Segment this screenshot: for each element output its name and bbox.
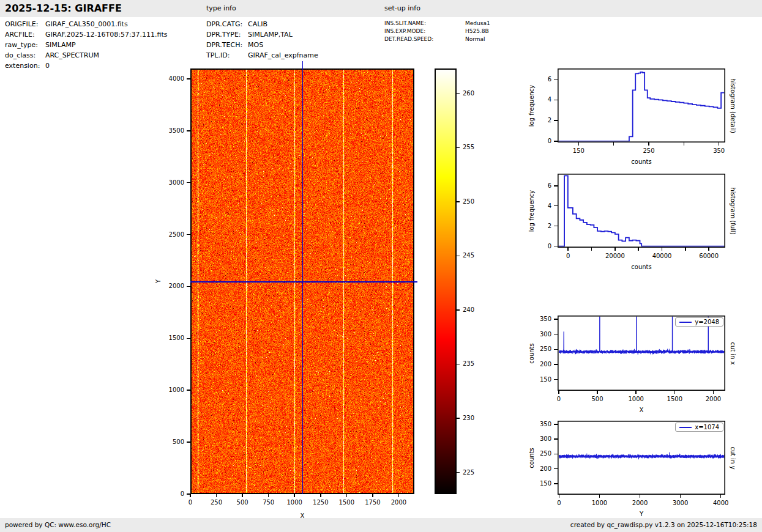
y-tick-mark (554, 468, 558, 470)
side-label: cut in y (728, 415, 737, 501)
x-tick-mark (708, 248, 709, 251)
x-tick-mark (680, 495, 681, 498)
y-tick-mark (554, 141, 558, 142)
crosshair-horizontal-line (190, 281, 417, 282)
x-tick-label: 350 (713, 147, 725, 154)
x-tick-label: 0 (189, 499, 192, 506)
side-label: histogram (detail) (728, 63, 737, 149)
colorbar-tick-mark (457, 364, 460, 365)
x-axis-label: counts (631, 264, 651, 270)
x-tick-label: 20000 (605, 253, 625, 259)
y-tick-mark (554, 205, 558, 207)
side-label: cut in x (728, 311, 737, 396)
y-tick-mark (554, 79, 558, 80)
y-tick-mark (554, 319, 558, 320)
x-tick-label: 4000 (713, 500, 728, 506)
x-tick-mark (638, 248, 639, 251)
y-tick-mark (187, 78, 190, 79)
x-tick-label: 60000 (699, 253, 719, 259)
x-tick-label: 1750 (365, 499, 380, 506)
y-axis-label: Y (154, 238, 163, 324)
x-tick-mark (685, 248, 686, 251)
x-tick-mark (713, 391, 714, 394)
x-tick-label: 0 (557, 500, 561, 506)
y-tick-label: 4000 (152, 75, 184, 83)
legend-label: y=2048 (695, 319, 719, 325)
y-axis-label: counts (528, 415, 536, 501)
crosshair-vertical-line (302, 61, 303, 494)
y-tick-mark (554, 226, 558, 227)
colorbar-tick-label: 255 (463, 144, 474, 150)
y-tick-mark (554, 120, 558, 121)
colorbar-tick-mark (457, 256, 460, 257)
figure-area: 0250500750100012501500175020000500100015… (0, 0, 762, 532)
x-tick-label: 0 (557, 396, 561, 402)
x-tick-label: 1000 (628, 396, 643, 402)
x-tick-label: 250 (211, 499, 222, 506)
y-tick-mark (554, 483, 558, 484)
x-tick-mark (216, 494, 217, 497)
colorbar-tick-mark (457, 147, 460, 149)
y-tick-mark (187, 493, 190, 495)
colorbar-tick-mark (457, 201, 460, 202)
x-tick-label: 3000 (673, 500, 688, 506)
x-tick-mark (640, 495, 641, 498)
footer-right-text: created by qc_rawdisp.py v1.2.3 on 2025-… (570, 518, 757, 532)
legend-line-sample (679, 427, 692, 428)
x-tick-mark (294, 494, 295, 497)
cut-x-canvas (558, 316, 725, 391)
footer-left-text: powered by QC: www.eso.org/HC (5, 518, 111, 532)
y-tick-label: 1000 (152, 386, 184, 394)
colorbar-tick-label: 230 (463, 415, 474, 421)
x-tick-label: 1500 (667, 396, 682, 402)
y-tick-mark (187, 182, 190, 183)
qc-report-page: 2025-12-15: GIRAFFE type info set-up inf… (0, 0, 762, 532)
cut-y-plot-area: x=1074 (558, 421, 725, 495)
y-tick-mark (554, 364, 558, 365)
legend-box: y=2048 (675, 317, 723, 327)
colorbar-tick-label: 245 (463, 252, 474, 259)
y-axis-label: log frequency (528, 63, 536, 149)
x-tick-mark (674, 391, 676, 394)
x-tick-mark (398, 494, 400, 497)
y-tick-mark (187, 234, 190, 235)
x-tick-mark (320, 494, 321, 497)
x-tick-mark (648, 142, 649, 146)
colorbar-bar (435, 68, 457, 494)
y-tick-label: 1500 (152, 334, 184, 342)
y-tick-mark (187, 286, 190, 287)
x-tick-label: 250 (643, 147, 654, 154)
y-tick-mark (554, 246, 558, 247)
x-tick-mark (662, 248, 663, 251)
x-tick-label: 150 (573, 147, 585, 154)
footer-bar: powered by QC: www.eso.org/HC created by… (0, 518, 762, 532)
y-tick-mark (187, 441, 190, 443)
y-axis-label: counts (528, 311, 536, 396)
x-tick-mark (559, 495, 560, 498)
hist-full-plot-area (558, 174, 725, 248)
legend-label: x=1074 (695, 424, 719, 430)
x-tick-mark (372, 494, 373, 497)
y-tick-label: 0 (152, 490, 184, 498)
y-tick-mark (554, 349, 558, 350)
x-tick-label: 500 (591, 396, 603, 402)
x-tick-mark (346, 494, 348, 497)
x-tick-mark (599, 495, 600, 498)
cut-y-canvas (558, 421, 725, 495)
x-tick-label: 2000 (706, 396, 721, 402)
y-tick-mark (187, 130, 190, 131)
colorbar-chart: 225230235240245250255260 (433, 67, 493, 498)
x-tick-label: 2000 (632, 500, 648, 506)
y-tick-label: 2500 (152, 231, 184, 238)
colorbar-tick-label: 260 (463, 90, 474, 97)
x-tick-mark (720, 495, 722, 498)
raw-image-chart: 0250500750100012501500175020000500100015… (152, 59, 439, 523)
y-tick-mark (554, 379, 558, 380)
legend-box: x=1074 (675, 423, 723, 432)
x-tick-label: 1000 (592, 500, 607, 506)
y-tick-mark (554, 438, 558, 440)
x-tick-label: 2000 (391, 499, 406, 506)
x-axis-label: counts (631, 158, 651, 165)
x-tick-mark (578, 142, 580, 146)
x-tick-mark (597, 391, 598, 394)
